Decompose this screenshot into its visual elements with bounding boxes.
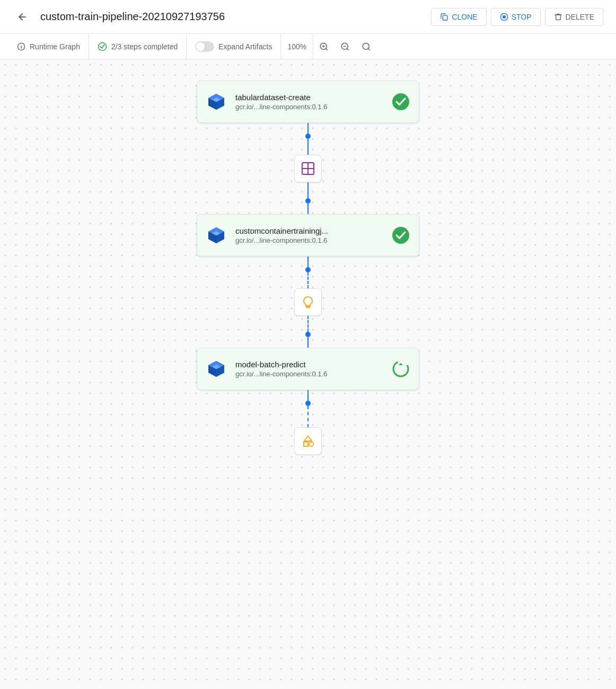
node-3-icon xyxy=(206,358,227,379)
dot-3 xyxy=(305,267,311,272)
pipeline-node-1[interactable]: tabulardataset-create gcr.io/...line-com… xyxy=(197,81,419,123)
svg-point-21 xyxy=(392,93,409,110)
connector-3 xyxy=(294,390,322,455)
steps-completed: 2/3 steps completed xyxy=(89,34,187,59)
clone-icon xyxy=(440,13,448,21)
node-1-status xyxy=(391,92,410,111)
line-dashed-3 xyxy=(307,406,309,427)
pipeline-node-2[interactable]: customcontainertrainingj... gcr.io/...li… xyxy=(197,214,419,257)
expand-artifacts-toggle[interactable]: Expand Artifacts xyxy=(187,34,281,59)
dot-4 xyxy=(305,332,311,337)
zoom-level-display: 100% xyxy=(281,34,313,59)
node-2-image: gcr.io/...line-components:0.1.6 xyxy=(235,236,383,244)
node-3-info: model-batch-predict gcr.io/...line-compo… xyxy=(235,360,383,378)
steps-completed-label: 2/3 steps completed xyxy=(111,42,178,51)
delete-icon xyxy=(554,13,562,21)
stop-button[interactable]: STOP xyxy=(491,8,541,26)
toolbar: Runtime Graph 2/3 steps completed Expand… xyxy=(0,34,616,59)
pipeline-flow: tabulardataset-create gcr.io/...line-com… xyxy=(197,81,419,455)
pipeline-title: custom-train-pipeline-20210927193756 xyxy=(40,11,423,23)
node-3-status xyxy=(391,359,410,378)
line-dashed-2b xyxy=(307,316,309,332)
connector-2 xyxy=(294,257,322,348)
node-1-info: tabulardataset-create gcr.io/...line-com… xyxy=(235,93,383,111)
line-dashed-2a xyxy=(307,272,309,288)
svg-rect-41 xyxy=(304,442,308,446)
svg-point-42 xyxy=(309,442,313,446)
dot-2 xyxy=(305,198,311,204)
zoom-in-button[interactable] xyxy=(313,34,335,59)
line-solid-1d xyxy=(307,204,309,214)
info-icon xyxy=(17,42,25,51)
back-button[interactable] xyxy=(13,7,32,26)
toggle-switch[interactable] xyxy=(195,41,214,52)
intermediate-node-3[interactable] xyxy=(294,427,322,455)
node-2-name: customcontainertrainingj... xyxy=(235,226,383,235)
delete-button[interactable]: DELETE xyxy=(545,8,603,26)
grid-icon xyxy=(301,161,315,176)
clone-button[interactable]: CLONE xyxy=(431,8,486,26)
shapes-icon xyxy=(301,434,315,448)
node-1-name: tabulardataset-create xyxy=(235,93,383,102)
stop-icon xyxy=(500,13,508,21)
svg-line-12 xyxy=(347,48,349,50)
node-3-image: gcr.io/...line-components:0.1.6 xyxy=(235,370,383,378)
zoom-out-button[interactable] xyxy=(335,34,356,59)
svg-line-15 xyxy=(368,48,370,50)
node-3-name: model-batch-predict xyxy=(235,360,383,369)
zoom-reset-icon xyxy=(362,42,371,51)
node-2-info: customcontainertrainingj... gcr.io/...li… xyxy=(235,226,383,244)
zoom-in-icon xyxy=(319,42,329,51)
node-1-image: gcr.io/...line-components:0.1.6 xyxy=(235,103,383,111)
dot-1 xyxy=(305,134,311,139)
intermediate-node-1[interactable] xyxy=(294,155,322,182)
line-solid-3 xyxy=(307,390,309,401)
svg-line-8 xyxy=(326,48,328,50)
node-2-status xyxy=(391,226,410,245)
line-solid-1b xyxy=(307,139,309,155)
header-actions: CLONE STOP DELETE xyxy=(431,8,603,26)
svg-point-30 xyxy=(392,227,409,244)
intermediate-node-2[interactable] xyxy=(294,288,322,316)
node-1-icon xyxy=(206,91,227,112)
dot-5 xyxy=(305,401,311,406)
zoom-reset-button[interactable] xyxy=(356,34,377,59)
svg-marker-40 xyxy=(304,436,312,441)
pipeline-canvas[interactable]: tabulardataset-create gcr.io/...line-com… xyxy=(0,59,616,689)
connector-1 xyxy=(294,123,322,214)
node-2-icon xyxy=(206,225,227,246)
pipeline-node-3[interactable]: model-batch-predict gcr.io/...line-compo… xyxy=(197,348,419,390)
line-solid-2 xyxy=(307,257,309,267)
zoom-out-icon xyxy=(340,42,350,51)
lightbulb-icon xyxy=(301,295,315,310)
svg-point-14 xyxy=(363,43,369,49)
runtime-graph-label: Runtime Graph xyxy=(30,42,80,51)
line-solid-2e xyxy=(307,337,309,348)
runtime-graph-tab[interactable]: Runtime Graph xyxy=(8,34,89,59)
svg-rect-2 xyxy=(503,15,505,18)
svg-rect-0 xyxy=(443,15,448,20)
header: custom-train-pipeline-20210927193756 CLO… xyxy=(0,0,616,34)
line-solid-1 xyxy=(307,123,309,134)
line-solid-1c xyxy=(307,182,309,198)
steps-icon xyxy=(98,42,107,51)
expand-artifacts-label: Expand Artifacts xyxy=(218,42,272,51)
